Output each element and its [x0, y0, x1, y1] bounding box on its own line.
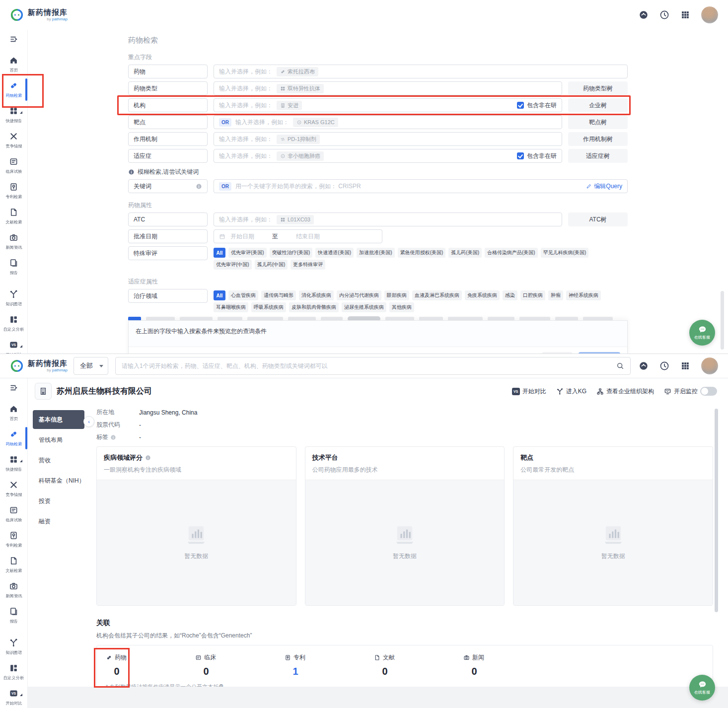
info-icon[interactable]: [110, 434, 116, 440]
history-icon[interactable]: [659, 361, 669, 371]
tag[interactable]: 免疫系统疾病: [465, 290, 500, 300]
tag[interactable]: 肿瘤: [548, 290, 563, 300]
tag[interactable]: 突破性治疗(美国): [270, 248, 313, 258]
sidebar-item-custom-analysis[interactable]: 自定义分析: [0, 311, 28, 336]
enable-monitor-control[interactable]: 开启监控: [664, 387, 717, 396]
stat-patent[interactable]: 专利 1: [276, 653, 365, 677]
include-inactive-checkbox[interactable]: 包含非在研: [517, 152, 557, 160]
sidebar-item-drug-search[interactable]: 药物检索: [0, 77, 28, 102]
tag-all[interactable]: All: [214, 290, 225, 300]
sidebar-item-news[interactable]: 新闻资讯: [0, 229, 28, 254]
sidebar-item-report[interactable]: 报告: [0, 254, 28, 280]
sidebar-item-knowledge-graph[interactable]: 知识图谱: [0, 285, 28, 311]
sidebar-item-compare[interactable]: 开始对比: [0, 685, 28, 708]
clear-button[interactable]: 清除: [542, 352, 573, 354]
tab-nih-funding[interactable]: 科研基金（NIH）: [33, 471, 84, 490]
global-search-input[interactable]: 请输入1个词开始检索，药物、适应症、靶点、机构、药物类型或关键词都可以: [115, 357, 631, 375]
sidebar-item-competition[interactable]: 竞争情报: [0, 476, 28, 501]
sidebar-item-clinical[interactable]: 临床试验: [0, 153, 28, 178]
tag-all[interactable]: All: [214, 248, 225, 258]
or-operator-chip[interactable]: OR: [219, 118, 231, 127]
sidebar-item-patent[interactable]: 专利检索: [0, 178, 28, 204]
indication-input[interactable]: 输入并选择，例如：非小细胞肺癌 包含非在研: [214, 149, 562, 163]
monitor-toggle[interactable]: [700, 387, 717, 396]
scrollbar-thumb[interactable]: [721, 291, 724, 350]
stat-clinical[interactable]: 临床 0: [186, 653, 276, 677]
tag[interactable]: 罕见儿科疾病(美国): [541, 248, 589, 258]
history-icon[interactable]: [659, 10, 669, 20]
moa-tree-button[interactable]: 作用机制树: [568, 132, 628, 146]
sidebar-item-patent[interactable]: 专利检索: [0, 527, 28, 552]
tag[interactable]: 眼部疾病: [384, 290, 409, 300]
view-org-structure-button[interactable]: 查看企业组织架构: [596, 387, 654, 396]
stat-literature[interactable]: 文献 0: [365, 653, 454, 677]
app-grid-icon[interactable]: [680, 361, 690, 371]
organization-input[interactable]: 输入并选择，例如：安进 包含非在研: [214, 98, 562, 112]
tag[interactable]: 优先审评(中国): [214, 260, 252, 270]
sidebar-item-knowledge-graph[interactable]: 知识图谱: [0, 634, 28, 659]
sidebar-item-drug-search[interactable]: 药物检索: [0, 425, 28, 451]
include-inactive-checkbox[interactable]: 包含非在研: [517, 101, 557, 110]
tag[interactable]: 合格传染病产品(美国): [485, 248, 538, 258]
search-scope-select[interactable]: 全部: [73, 357, 108, 375]
tag[interactable]: 神经系统疾病: [566, 290, 601, 300]
date-range-picker[interactable]: 开始日期 至 结束日期: [214, 229, 382, 243]
atc-tree-button[interactable]: ATC树: [568, 212, 628, 226]
tag[interactable]: 口腔疾病: [520, 290, 545, 300]
tag[interactable]: 内分泌与代谢疾病: [337, 290, 381, 300]
tag[interactable]: 血液及淋巴系统疾病: [412, 290, 462, 300]
panel-collapse-button[interactable]: ‹: [83, 416, 94, 427]
search-button[interactable]: 搜索: [579, 352, 620, 354]
app-grid-icon[interactable]: [680, 10, 690, 20]
info-icon[interactable]: [145, 455, 151, 461]
tag[interactable]: 皮肤和肌肉骨骼疾病: [289, 302, 339, 312]
tab-basic-info[interactable]: 基本信息: [33, 410, 84, 429]
sidebar-item-home[interactable]: 首页: [0, 400, 28, 425]
drug-type-input[interactable]: 输入并选择，例如：双特异性抗体: [214, 81, 562, 95]
scrollbar-thumb[interactable]: [715, 409, 718, 612]
globe-icon[interactable]: [639, 10, 649, 20]
tag[interactable]: 心血管疾病: [228, 290, 258, 300]
sidebar-item-clinical[interactable]: 临床试验: [0, 501, 28, 527]
app-logo[interactable]: 新药情报库 by pathmap: [10, 8, 68, 22]
tag[interactable]: 优先审评(美国): [228, 248, 267, 258]
enterprise-tree-button[interactable]: 企业树: [568, 98, 628, 112]
sidebar-collapse-icon[interactable]: [9, 383, 18, 392]
sidebar-item-literature[interactable]: 文献检索: [0, 552, 28, 577]
tab-pipeline[interactable]: 管线布局: [33, 430, 84, 449]
tag[interactable]: 泌尿生殖系统疾病: [342, 302, 386, 312]
tag[interactable]: 紧急使用授权(美国): [398, 248, 446, 258]
sidebar-item-literature[interactable]: 文献检索: [0, 204, 28, 229]
or-operator-chip[interactable]: OR: [219, 182, 231, 191]
tag[interactable]: 快速通道(美国): [315, 248, 354, 258]
drug-type-tree-button[interactable]: 药物类型树: [568, 81, 628, 95]
drug-input[interactable]: 输入并选择，例如：索托拉西布: [214, 65, 628, 78]
online-service-button[interactable]: 在线客服: [689, 675, 715, 701]
tab-investment[interactable]: 投资: [33, 492, 84, 510]
avatar[interactable]: [701, 357, 718, 374]
tag[interactable]: 孤儿药(美国): [448, 248, 482, 258]
sidebar-item-report[interactable]: 报告: [0, 603, 28, 628]
online-service-button[interactable]: 在线客服: [689, 320, 715, 346]
sidebar-item-news[interactable]: 新闻资讯: [0, 577, 28, 603]
search-icon[interactable]: [616, 362, 624, 370]
sidebar-collapse-icon[interactable]: [9, 35, 18, 44]
tag[interactable]: 感染: [503, 290, 517, 300]
sidebar-item-quick-report[interactable]: 快捷报告: [0, 451, 28, 476]
tag[interactable]: 其他疾病: [389, 302, 414, 312]
stat-news[interactable]: 新闻 0: [454, 653, 544, 677]
stat-value-link[interactable]: 1: [285, 666, 306, 677]
sidebar-item-compare[interactable]: 开始对比: [0, 336, 28, 354]
tag[interactable]: 耳鼻咽喉疾病: [214, 302, 248, 312]
sidebar-item-custom-analysis[interactable]: 自定义分析: [0, 659, 28, 685]
tag[interactable]: 孤儿药(中国): [255, 260, 288, 270]
keyword-input[interactable]: OR用一个关键字开始简单的搜索，例如： CRISPR 编辑Query: [214, 179, 628, 193]
sidebar-item-competition[interactable]: 竞争情报: [0, 128, 28, 153]
tag[interactable]: 呼吸系统疾病: [251, 302, 286, 312]
avatar[interactable]: [701, 6, 718, 23]
tag[interactable]: 消化系统疾病: [299, 290, 334, 300]
sidebar-item-home[interactable]: 首页: [0, 52, 28, 77]
indication-tree-button[interactable]: 适应症树: [568, 149, 628, 163]
stat-drug[interactable]: 药物 0: [97, 653, 186, 677]
app-logo[interactable]: 新药情报库 by pathmap: [10, 359, 68, 373]
